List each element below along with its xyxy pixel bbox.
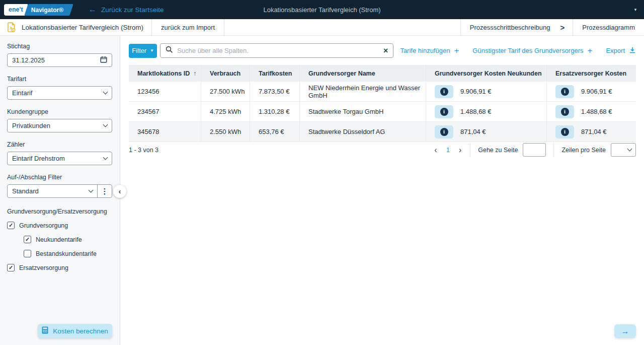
cell-grundversorger: Stadtwerke Torgau GmbH	[299, 102, 426, 121]
cell-ersatzversorger-kosten: i 871,04 €	[546, 122, 636, 142]
cell-tarifkosten: 7.873,50 €	[250, 82, 299, 101]
column-header-verbrauch[interactable]: Verbrauch	[201, 65, 250, 82]
calculate-costs-button[interactable]: Kosten berechnen	[38, 324, 112, 338]
cell-marktlokation: 234567	[129, 102, 201, 121]
aufabschlag-value: Standard	[12, 187, 89, 195]
chevron-down-icon	[103, 155, 108, 160]
zaehler-select[interactable]: Eintarif Drehstrom	[7, 152, 112, 165]
rows-per-page-label: Zeilen pro Seite	[561, 147, 606, 154]
next-step-button[interactable]: →	[614, 324, 636, 338]
checkbox-bestandskundentarife[interactable]: Bestandskundentarife	[24, 250, 120, 257]
checkbox-grundversorgung[interactable]: ✓ Grundversorgung	[7, 222, 120, 229]
pagination-controls: ‹ 1 › Gehe zu Seite Zeilen pro Seite	[433, 143, 636, 157]
divider	[470, 143, 470, 157]
main-panel: Filter ▼ × Tarife hinzufügen	[120, 36, 644, 345]
kebab-menu-icon: ⋮	[101, 187, 109, 196]
cell-tarifkosten: 653,76 €	[250, 122, 299, 142]
info-icon: i	[440, 128, 448, 136]
info-button[interactable]: i	[435, 105, 453, 118]
column-header-tarifkosten[interactable]: Tarifkosten	[250, 65, 299, 82]
content-area: Stichtag 31.12.2025 Tarifart Eintarif Ku…	[0, 36, 644, 345]
process-step-description-button[interactable]: Prozessschrittbeschreibung	[461, 19, 559, 35]
kosten-value: 9.906,91 €	[581, 88, 612, 95]
enet-navigator-logo: ene't Navigator®	[4, 4, 71, 16]
column-header-kosten-neukunden[interactable]: Grundversorger Kosten Neukunden	[426, 65, 546, 82]
previous-page-icon[interactable]: ‹	[433, 146, 438, 154]
cell-verbrauch: 2.550 kWh	[201, 122, 250, 142]
cell-kosten-neukunden: i 9.906,91 €	[426, 82, 546, 101]
sort-ascending-icon: ↑	[193, 70, 196, 77]
back-to-start-link[interactable]: ← Zurück zur Startseite	[89, 6, 164, 14]
tarifart-value: Eintarif	[12, 89, 104, 97]
stichtag-label: Stichtag	[7, 43, 120, 50]
stichtag-date-input[interactable]: 31.12.2025	[7, 53, 112, 67]
versorgung-group-label: Grundversorgung/Ersatzversorgung	[7, 208, 120, 215]
column-header-marktlokation[interactable]: Marktlokations ID ↑	[129, 65, 201, 82]
tarifart-select[interactable]: Eintarif	[7, 86, 112, 100]
column-header-ersatzversorger-kosten[interactable]: Ersatzversorger Kosten	[546, 65, 636, 82]
checkbox-label: Neukundentarife	[36, 236, 82, 243]
pagination-bar: 1 - 3 von 3 ‹ 1 › Gehe zu Seite Zeilen p…	[129, 142, 636, 158]
export-link[interactable]: Export	[606, 47, 636, 55]
goto-page-input[interactable]	[523, 143, 546, 157]
column-header-grundversorger-name[interactable]: Grundversorger Name	[299, 65, 426, 82]
tarifart-label: Tarifart	[7, 76, 120, 83]
checkbox-checked-icon: ✓	[7, 222, 15, 229]
chevron-down-icon[interactable]: ▼	[633, 8, 637, 12]
search-input[interactable]	[177, 47, 379, 54]
cell-verbrauch: 4.725 kWh	[201, 102, 250, 121]
cell-grundversorger: NEW Niederrhein Energie und Wasser GmbH	[299, 82, 426, 101]
aufabschlag-label: Auf-/Abschlag Filter	[7, 174, 120, 181]
checkbox-ersatzversorgung[interactable]: ✓ Ersatzversorgung	[7, 264, 120, 271]
add-tariffs-link[interactable]: Tarife hinzufügen +	[400, 47, 459, 55]
cell-marktlokation: 123456	[129, 82, 201, 101]
cell-marktlokation: 345678	[129, 122, 201, 142]
search-box: ×	[160, 43, 393, 58]
info-button[interactable]: i	[555, 105, 574, 118]
cell-kosten-neukunden: i 871,04 €	[426, 122, 546, 142]
filter-sidebar: Stichtag 31.12.2025 Tarifart Eintarif Ku…	[0, 36, 120, 345]
checkbox-label: Grundversorgung	[19, 222, 68, 229]
row-range-text: 1 - 3 von 3	[129, 147, 158, 154]
process-diagram-button[interactable]: Prozessdiagramm	[573, 19, 644, 35]
back-to-import-button[interactable]: zurück zum Import	[152, 19, 224, 35]
arrow-right-icon: →	[621, 327, 629, 336]
sidebar-collapse-button[interactable]: ‹	[113, 185, 126, 198]
document-icon	[7, 22, 16, 33]
zaehler-label: Zähler	[7, 141, 120, 148]
cell-ersatzversorger-kosten: i 1.488,68 €	[546, 102, 636, 121]
table-row[interactable]: 345678 2.550 kWh 653,76 € Stadtwerke Düs…	[129, 122, 636, 142]
current-page-number[interactable]: 1	[446, 146, 450, 154]
info-icon: i	[561, 128, 569, 136]
kundengruppe-value: Privatkunden	[12, 122, 104, 129]
page-title-wrap: Lokationsbasierter Tarifvergleich (Strom…	[16, 19, 152, 35]
aufabschlag-menu-button[interactable]: ⋮	[98, 185, 112, 197]
info-button[interactable]: i	[435, 125, 453, 139]
window-title: Lokationsbasierter Tarifvergleich (Strom…	[263, 6, 380, 14]
info-button[interactable]: i	[555, 125, 574, 139]
zaehler-value: Eintarif Drehstrom	[12, 155, 104, 162]
divider	[553, 143, 554, 157]
table-toolbar: Filter ▼ × Tarife hinzufügen	[129, 43, 636, 58]
checkbox-neukundentarife[interactable]: ✓ Neukundentarife	[24, 236, 120, 243]
kundengruppe-select[interactable]: Privatkunden	[7, 119, 112, 132]
chevron-right-icon[interactable]: >	[560, 23, 565, 32]
table-row[interactable]: 234567 4.725 kWh 1.310,28 € Stadtwerke T…	[129, 102, 636, 122]
chevron-left-icon: ‹	[119, 187, 121, 195]
kosten-value: 1.488,68 €	[460, 108, 491, 115]
clear-search-icon[interactable]: ×	[383, 47, 388, 55]
info-button[interactable]: i	[435, 85, 453, 98]
calendar-icon[interactable]	[100, 56, 107, 64]
info-button[interactable]: i	[555, 85, 574, 98]
page-header: Lokationsbasierter Tarifvergleich (Strom…	[0, 19, 644, 36]
table-row[interactable]: 123456 27.500 kWh 7.873,50 € NEW Niederr…	[129, 82, 636, 102]
aufabschlag-select[interactable]: Standard	[8, 185, 98, 197]
calculate-costs-label: Kosten berechnen	[53, 327, 108, 335]
app-window: ene't Navigator® ← Zurück zur Startseite…	[0, 0, 644, 345]
next-page-icon[interactable]: ›	[458, 146, 462, 154]
divider	[224, 19, 224, 36]
cheapest-tariff-link[interactable]: Günstigster Tarif des Grundversorgers +	[472, 47, 592, 55]
filter-button[interactable]: Filter ▼	[129, 44, 157, 58]
calculator-icon	[42, 326, 48, 335]
rows-per-page-select[interactable]	[611, 143, 636, 157]
